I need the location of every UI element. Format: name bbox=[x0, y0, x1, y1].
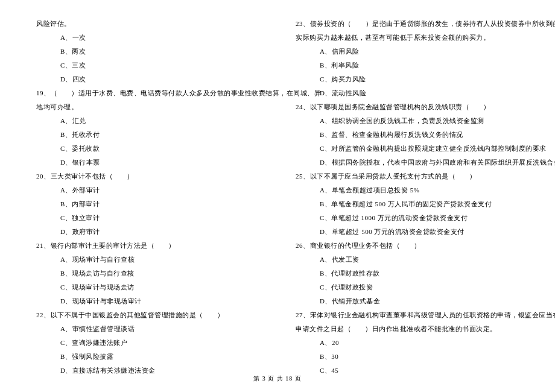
q24-option-a: A、组织协调全国的反洗钱工作，负责反洗钱资金监测 bbox=[296, 114, 531, 128]
q21-option-c: C、现场审计与现场走访 bbox=[36, 280, 253, 294]
q23-option-b: B、利率风险 bbox=[296, 58, 531, 72]
q27-option-b: B、30 bbox=[296, 350, 531, 364]
q22-option-a: A、审慎性监督管理谈话 bbox=[36, 322, 253, 336]
q20-stem: 20、三大类审计不包括（ ） bbox=[36, 169, 253, 183]
q24-option-d: D、根据国务院授权，代表中国政府与外国政府和有关国际组织开展反洗钱合作 bbox=[296, 156, 531, 169]
q23-option-c: C、购买力风险 bbox=[296, 72, 531, 86]
q18-intro: 风险评估。 bbox=[36, 17, 253, 31]
q23-option-a: A、信用风险 bbox=[296, 45, 531, 58]
q26-option-c: C、代理财政投资 bbox=[296, 280, 531, 294]
q23-stem-line1: 23、债券投资的（ ）是指由于通货膨胀的发生，债券持有人从投资债券中所收到的金钱… bbox=[296, 17, 531, 31]
q18-option-d: D、四次 bbox=[36, 72, 253, 86]
left-column: 风险评估。 A、一次 B、两次 C、三次 D、四次 19、（ ）适用于水费、电费… bbox=[0, 17, 278, 373]
q25-stem: 25、以下不属于应当采用贷款人受托支付方式的是（ ） bbox=[296, 169, 531, 183]
q22-option-b: B、强制风险披露 bbox=[36, 350, 253, 364]
q26-option-a: A、代发工资 bbox=[296, 253, 531, 267]
q19-option-c: C、委托收款 bbox=[36, 142, 253, 156]
q21-option-a: A、现场审计与自行查核 bbox=[36, 253, 253, 267]
q19-stem-line2: 地均可办理。 bbox=[36, 100, 253, 114]
q24-option-c: C、对所监管的金融机构提出按照规定建立健全反洗钱内部控制制度的要求 bbox=[296, 142, 531, 156]
q20-option-b: B、内部审计 bbox=[36, 197, 253, 211]
right-column: 23、债券投资的（ ）是指由于通货膨胀的发生，债券持有人从投资债券中所收到的金钱… bbox=[278, 17, 555, 373]
page-footer: 第 3 页 共 18 页 bbox=[0, 375, 555, 383]
q20-option-d: D、政府审计 bbox=[36, 225, 253, 239]
q24-stem: 24、以下哪项是国务院金融监督管理机构的反洗钱职责（ ） bbox=[296, 100, 531, 114]
q19-stem-line1: 19、（ ）适用于水费、电费、电话费等付款人众多及分散的事业性收费结算，在同城、… bbox=[36, 86, 253, 100]
q22-stem: 22、以下不属于中国银监会的其他监督管理措施的是（ ） bbox=[36, 308, 253, 322]
q26-option-d: D、代销开放式基金 bbox=[296, 294, 531, 308]
q23-option-d: D、流动性风险 bbox=[296, 86, 531, 100]
q27-option-a: A、20 bbox=[296, 336, 531, 350]
q18-option-b: B、两次 bbox=[36, 45, 253, 58]
q25-option-b: B、单笔金额超过 500 万人民币的固定资产贷款资金支付 bbox=[296, 197, 531, 211]
q27-stem-line1: 27、宋体对银行业金融机构审查董事和高级管理人员的任职资格的申请，银监会应当在自… bbox=[296, 308, 531, 322]
q27-stem-line2: 申请文件之日起（ ）日内作出批准或者不能批准的书面决定。 bbox=[296, 322, 531, 336]
q18-option-c: C、三次 bbox=[36, 58, 253, 72]
q18-option-a: A、一次 bbox=[36, 31, 253, 45]
q21-option-b: B、现场走访与自行查核 bbox=[36, 267, 253, 280]
content-columns: 风险评估。 A、一次 B、两次 C、三次 D、四次 19、（ ）适用于水费、电费… bbox=[0, 17, 555, 373]
q26-stem: 26、商业银行的代理业务不包括（ ） bbox=[296, 239, 531, 253]
q20-option-c: C、独立审计 bbox=[36, 211, 253, 225]
q19-option-a: A、汇兑 bbox=[36, 114, 253, 128]
q20-option-a: A、外部审计 bbox=[36, 183, 253, 197]
q21-option-d: D、现场审计与非现场审计 bbox=[36, 294, 253, 308]
q21-stem: 21、银行内部审计主要的审计方法是（ ） bbox=[36, 239, 253, 253]
q23-stem-line2: 实际购买力越来越低，甚至有可能低于原来投资金额的购买力。 bbox=[296, 31, 531, 45]
q25-option-a: A、单笔金额超过项目总投资 5% bbox=[296, 183, 531, 197]
q19-option-d: D、银行本票 bbox=[36, 156, 253, 169]
q26-option-b: B、代理财政性存款 bbox=[296, 267, 531, 280]
q25-option-d: D、单笔超过 500 万元的流动资金贷款资金支付 bbox=[296, 225, 531, 239]
q24-option-b: B、监督、检查金融机构履行反洗钱义务的情况 bbox=[296, 128, 531, 142]
q22-option-c: C、查询涉嫌违法账户 bbox=[36, 336, 253, 350]
q25-option-c: C、单笔超过 1000 万元的流动资金贷款资金支付 bbox=[296, 211, 531, 225]
q19-option-b: B、托收承付 bbox=[36, 128, 253, 142]
